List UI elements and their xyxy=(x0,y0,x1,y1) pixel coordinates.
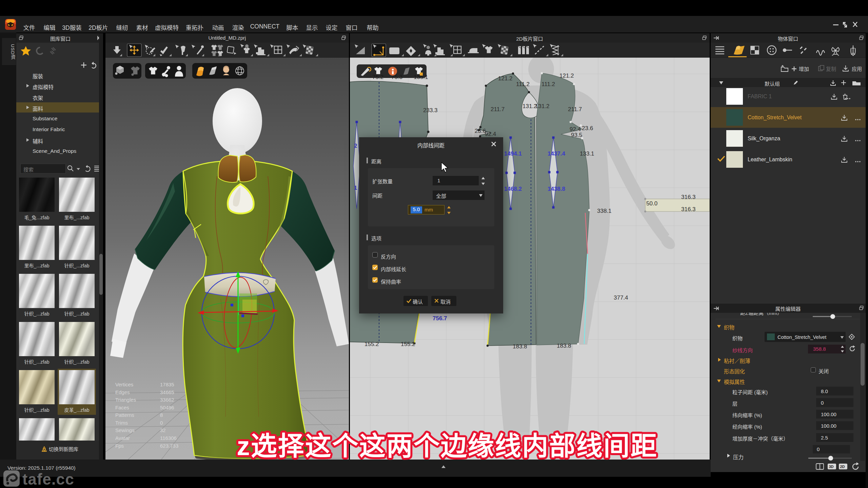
svg-text:211.7: 211.7 xyxy=(568,106,582,113)
svg-text:tafe.cc: tafe.cc xyxy=(22,470,74,488)
svg-text:121.2: 121.2 xyxy=(559,73,574,79)
svg-text:17835: 17835 xyxy=(160,382,174,387)
svg-text:756.7: 756.7 xyxy=(433,315,447,322)
svg-text:z选择这个这两个边缘线内部线间距: z选择这个这两个边缘线内部线间距 xyxy=(237,431,658,461)
svg-text:50496: 50496 xyxy=(160,405,174,410)
svg-text:Trims: Trims xyxy=(115,420,128,426)
svg-text:33662: 33662 xyxy=(160,397,174,403)
svg-text:8: 8 xyxy=(160,412,163,418)
svg-text:93.5: 93.5 xyxy=(571,132,582,138)
svg-text:183.8: 183.8 xyxy=(557,343,571,349)
svg-text:1: 1 xyxy=(354,185,357,191)
svg-text:应用: 应用 xyxy=(852,66,862,72)
svg-text:0: 0 xyxy=(160,420,163,426)
svg-text:Patterns: Patterns xyxy=(115,412,134,418)
svg-text:增加: 增加 xyxy=(799,66,809,72)
svg-text:1437.4: 1437.4 xyxy=(548,150,566,157)
svg-text:Faces: Faces xyxy=(115,405,129,410)
svg-text:23.6: 23.6 xyxy=(475,128,486,134)
svg-text:316.3: 316.3 xyxy=(681,194,696,200)
svg-text:1438.8: 1438.8 xyxy=(548,186,565,192)
svg-text:155.2: 155.2 xyxy=(364,341,379,347)
svg-text:131.2: 131.2 xyxy=(535,103,550,109)
svg-text:1494.1: 1494.1 xyxy=(504,150,522,157)
svg-text:2: 2 xyxy=(354,143,357,149)
svg-text:233.3: 233.3 xyxy=(423,107,438,114)
svg-text:111.2: 111.2 xyxy=(541,81,555,87)
svg-text:复制: 复制 xyxy=(826,66,836,72)
svg-text:92.4: 92.4 xyxy=(485,131,496,137)
svg-text:34665: 34665 xyxy=(160,389,174,395)
svg-text:121.2: 121.2 xyxy=(498,75,513,82)
svg-text:133.1: 133.1 xyxy=(580,150,594,157)
svg-text:377.4: 377.4 xyxy=(614,294,628,301)
svg-text:23.6: 23.6 xyxy=(582,125,593,131)
svg-text:Edges: Edges xyxy=(115,389,130,395)
svg-text:155.2: 155.2 xyxy=(401,341,415,347)
svg-text:50.0: 50.0 xyxy=(646,200,657,207)
svg-text:338.1: 338.1 xyxy=(597,208,612,214)
svg-text:Vertices: Vertices xyxy=(115,382,133,387)
svg-text:316.3: 316.3 xyxy=(681,206,696,212)
svg-text:1468.2: 1468.2 xyxy=(504,186,522,192)
svg-text:183.8: 183.8 xyxy=(513,343,527,350)
svg-text:Triangles: Triangles xyxy=(115,397,136,403)
svg-text:111.2: 111.2 xyxy=(516,81,530,87)
svg-text:211.7: 211.7 xyxy=(491,106,505,113)
